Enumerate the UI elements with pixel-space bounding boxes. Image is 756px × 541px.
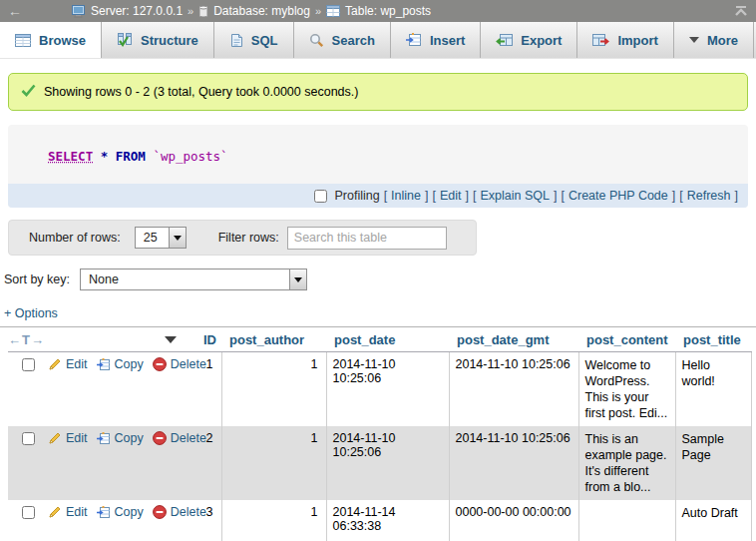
pencil-icon [48,357,62,371]
bracket: ] [466,189,469,203]
edit-label: Edit [66,505,88,519]
inline-link[interactable]: Inline [391,189,421,203]
header-post-date[interactable]: post_date [326,327,449,352]
tab-more-label: More [707,33,738,48]
browse-icon [15,34,31,47]
cell-post-content: Welcome to WordPress. This is your first… [578,352,675,427]
tab-browse[interactable]: Browse [0,22,102,58]
cell-post-title: Auto Draft [675,500,751,541]
back-arrow-icon[interactable]: ← [8,4,22,18]
copy-icon [97,506,111,519]
row-checkbox[interactable] [22,432,35,445]
row-checkbox[interactable] [22,358,35,371]
bracket: [ [473,189,476,203]
cell-post-content: This is an example page. It's different … [578,426,675,500]
delete-label: Delete [171,357,206,371]
tab-import[interactable]: Import [577,22,673,58]
bracket: ] [554,189,557,203]
header-actions: ←T→ [8,327,194,352]
breadcrumb-server[interactable]: Server: 127.0.0.1 [72,4,183,18]
delete-label: Delete [171,431,206,445]
cell-post-date-gmt: 0000-00-00 00:00:00 [449,500,578,541]
results-table-wrap: ←T→ ID post_author post_date post_date_g… [0,326,756,541]
breadcrumb-separator: » [315,5,321,17]
sort-by-key-select[interactable]: None [80,269,307,290]
edit-link[interactable]: Edit [48,357,88,371]
header-post-title[interactable]: post_title [675,327,751,352]
breadcrumb-database-label: Database: myblog [213,4,310,18]
number-of-rows-label: Number of rows: [29,231,121,245]
breadcrumb-database[interactable]: Database: myblog [198,4,310,18]
sort-row: Sort by key: None [4,269,748,290]
refresh-link[interactable]: Refresh [687,189,731,203]
filter-rows-label: Filter rows: [218,231,279,245]
options-toggle-link[interactable]: + Options [4,306,748,320]
breadcrumb-table[interactable]: Table: wp_posts [326,4,431,18]
server-icon [72,5,86,18]
cell-post-content [578,500,675,541]
header-row: ←T→ ID post_author post_date post_date_g… [8,327,751,352]
success-check-icon [21,84,36,100]
cell-post-date-gmt: 2014-11-10 10:25:06 [449,426,578,500]
scroll-to-top-icon[interactable] [734,6,748,17]
create-php-code-link[interactable]: Create PHP Code [568,189,668,203]
delete-icon [153,431,167,445]
tab-insert[interactable]: Insert [391,22,481,58]
header-post-author[interactable]: post_author [221,327,326,352]
profiling-checkbox[interactable] [314,190,327,203]
sql-icon [229,33,243,48]
with-selected-dropdown-icon[interactable] [165,336,177,343]
database-icon [198,5,208,18]
number-of-rows-value: 25 [136,231,169,245]
success-message-text: Showing rows 0 - 2 (3 total, Query took … [44,85,358,99]
cell-post-date-gmt: 2014-11-10 10:25:06 [449,352,578,427]
select-arrow-icon [169,228,186,248]
actions-cell: Edit Copy Delete [8,500,194,541]
cell-post-author: 1 [221,500,326,541]
sql-table-identifier: `wp_posts` [153,149,227,164]
column-move-icon[interactable]: ←T→ [8,332,45,347]
tab-search[interactable]: Search [294,22,391,58]
copy-icon [97,358,111,371]
tab-search-label: Search [332,33,375,48]
delete-icon [153,505,167,519]
row-checkbox[interactable] [22,506,35,519]
header-id[interactable]: ID [194,327,221,352]
delete-link[interactable]: Delete [153,357,206,371]
tab-more[interactable]: More [674,22,754,58]
tab-import-label: Import [617,33,657,48]
copy-link[interactable]: Copy [97,431,144,445]
filter-rows-input[interactable] [287,227,447,250]
tab-sql[interactable]: SQL [214,22,294,58]
edit-link[interactable]: Edit [48,431,88,445]
bracket: ] [425,189,428,203]
export-icon [496,33,513,47]
edit-link[interactable]: Edit [48,505,88,519]
pencil-icon [48,505,62,519]
sql-keyword-select[interactable]: SELECT [48,149,93,164]
delete-link[interactable]: Delete [153,431,206,445]
delete-icon [153,357,167,371]
cell-post-date: 2014-11-14 06:33:38 [326,500,449,541]
edit-query-link[interactable]: Edit [440,189,462,203]
header-post-date-gmt[interactable]: post_date_gmt [449,327,578,352]
table-row: Edit Copy Delete 1 1 2014-11-10 10:25:06… [8,352,751,427]
copy-link[interactable]: Copy [97,357,144,371]
insert-icon [406,33,422,47]
copy-link[interactable]: Copy [97,505,144,519]
number-of-rows-select[interactable]: 25 [135,227,187,249]
edit-label: Edit [66,357,88,371]
table-icon [326,5,340,17]
cell-post-title: Sample Page [675,426,751,500]
breadcrumb-server-label: Server: 127.0.0.1 [91,4,183,18]
header-post-content[interactable]: post_content [578,327,675,352]
tab-export-label: Export [521,33,562,48]
tab-export[interactable]: Export [481,22,577,58]
pencil-icon [48,431,62,445]
delete-link[interactable]: Delete [153,505,206,519]
bracket: [ [432,189,435,203]
explain-sql-link[interactable]: Explain SQL [480,189,549,203]
tab-bar: Browse Structure SQL Search Insert Expor… [0,22,756,59]
sql-keyword-from: FROM [116,149,146,164]
tab-structure[interactable]: Structure [102,22,214,58]
